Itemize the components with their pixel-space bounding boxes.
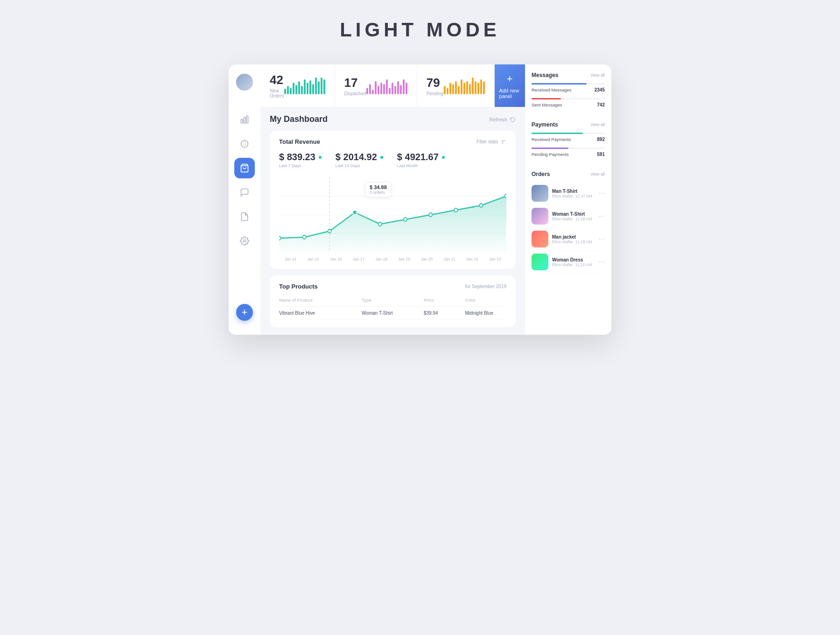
sidebar-nav [234, 109, 255, 299]
list-item: Woman T-Shirt Elton Maller 11:28 AM ··· [532, 205, 605, 228]
revenue-stat-14days: $ 2014.92 Last 14 Days [336, 152, 383, 168]
refresh-button[interactable]: Refresh [489, 117, 516, 122]
sidebar-item-settings[interactable] [234, 231, 255, 251]
products-table-header: Name of Product Type Price Color [279, 296, 506, 307]
order-name-0: Man T-Shirt [552, 189, 595, 194]
messages-section: Messages View all Received Messages 2345… [532, 72, 605, 113]
stat-card-dispatched: 17 Dispached [335, 64, 417, 107]
received-payments-label: Received Payments [532, 137, 571, 142]
order-details-2: Man jacket Elton Maller 11:28 AM [552, 234, 595, 244]
products-header: Top Products for September 2019 [279, 283, 506, 290]
revenue-amount-month: $ 4921.67 [397, 152, 445, 162]
messages-view-all[interactable]: View all [590, 73, 605, 78]
orders-title: Orders [532, 171, 550, 177]
stat-label-new-orders: New Orders [270, 88, 284, 99]
order-meta-2: Elton Maller 11:28 AM [552, 240, 595, 244]
list-item: Man jacket Elton Maller 11:28 AM ··· [532, 228, 605, 251]
received-payments-metric: Received Payments 892 [532, 133, 605, 142]
order-details-0: Man T-Shirt Elton Maller 12:37 AM [552, 189, 595, 198]
add-panel-label: Add new panel [499, 88, 520, 99]
orders-view-all[interactable]: View all [590, 172, 605, 176]
revenue-chart-svg [279, 177, 506, 252]
stat-label-pending: Pending [427, 91, 444, 96]
revenue-period-7days: Last 7 Days [279, 163, 322, 168]
svg-point-13 [279, 236, 281, 240]
svg-point-5 [244, 240, 246, 242]
sidebar-item-file[interactable] [234, 206, 255, 227]
col-header-price: Price [424, 297, 465, 303]
order-name-1: Woman T-Shirt [552, 212, 595, 217]
payments-section: Payments View all Received Payments 892 … [532, 121, 605, 162]
product-name: Vibrant Blue Hive [279, 310, 362, 316]
pending-payments-metric: Pending Payments 591 [532, 148, 605, 157]
filter-stats-button[interactable]: Filter stats [476, 139, 506, 145]
received-messages-metric: Received Messages 2345 [532, 83, 605, 92]
order-more-3[interactable]: ··· [599, 258, 605, 266]
payments-view-all[interactable]: View all [590, 122, 605, 127]
payments-title: Payments [532, 121, 558, 128]
svg-point-16 [353, 210, 357, 215]
products-title: Top Products [279, 283, 318, 290]
x-label-3: Jan 17 [347, 257, 370, 261]
dashboard-title: My Dashboard [270, 114, 328, 124]
sidebar: + [229, 64, 260, 335]
refresh-icon [510, 117, 516, 122]
sidebar-item-bar-chart[interactable] [234, 109, 255, 130]
sidebar-item-palette[interactable] [234, 134, 255, 154]
orders-section: Orders View all Man T-Shirt Elton Maller… [532, 171, 605, 274]
sent-messages-track [532, 98, 605, 99]
revenue-title: Total Revenue [279, 138, 320, 145]
order-more-2[interactable]: ··· [599, 235, 605, 243]
mini-chart-dispatched [366, 78, 407, 94]
orders-header: Orders View all [532, 171, 605, 177]
order-more-1[interactable]: ··· [599, 212, 605, 220]
messages-title: Messages [532, 72, 558, 78]
order-name-2: Man jacket [552, 234, 595, 240]
order-image-0 [532, 185, 548, 202]
svg-point-3 [241, 141, 248, 148]
order-image-2 [532, 231, 548, 247]
order-more-0[interactable]: ··· [599, 190, 605, 197]
tooltip-amount: $ 34.88 [370, 184, 387, 190]
payments-header: Payments View all [532, 121, 605, 128]
order-name-3: Woman Dress [552, 257, 595, 262]
add-panel-button[interactable]: + Add new panel [495, 64, 525, 107]
pending-payments-track [532, 148, 605, 149]
product-color: Midnight Blue [465, 310, 506, 316]
svg-point-19 [429, 213, 432, 217]
dashboard-wrapper: + 42 New Orders [229, 64, 611, 335]
pending-payments-info: Pending Payments 591 [532, 152, 605, 157]
revenue-amount-7days: $ 839.23 [279, 152, 322, 162]
list-item: Woman Dress Elton Maller 11:20 AM ··· [532, 251, 605, 274]
sidebar-item-shopping-cart[interactable] [234, 158, 255, 178]
svg-rect-2 [246, 116, 248, 123]
sent-messages-metric: Sent Messages 742 [532, 98, 605, 107]
x-label-8: Jan 22 [461, 257, 484, 261]
received-messages-info: Received Messages 2345 [532, 87, 605, 92]
svg-point-18 [404, 218, 407, 221]
stat-label-dispatched: Dispached [344, 91, 366, 96]
tooltip-orders: 3 orders [370, 190, 387, 195]
product-type: Woman T-Shirt [362, 310, 424, 316]
filter-label: Filter stats [476, 139, 498, 144]
line-chart-container: $ 34.88 3 orders [279, 177, 506, 261]
svg-point-17 [378, 222, 382, 226]
avatar [236, 74, 253, 91]
messages-header: Messages View all [532, 72, 605, 78]
revenue-period-month: Last Month [397, 163, 445, 168]
x-label-2: Jan 16 [324, 257, 347, 261]
order-image-1 [532, 208, 548, 225]
sent-messages-value: 742 [597, 102, 605, 107]
x-label-9: Jan 23 [483, 257, 506, 261]
svg-rect-0 [241, 120, 243, 123]
sidebar-item-message[interactable] [234, 182, 255, 203]
order-meta-0: Elton Maller 12:37 AM [552, 194, 595, 198]
received-messages-bar [532, 83, 587, 85]
revenue-stat-month: $ 4921.67 Last Month [397, 152, 445, 168]
sidebar-add-button[interactable]: + [236, 304, 253, 321]
stat-number-pending: 79 [427, 76, 444, 90]
add-panel-plus-icon: + [507, 73, 513, 85]
svg-point-20 [454, 208, 457, 212]
product-price: $39.94 [424, 310, 465, 316]
stats-bar: 42 New Orders [260, 64, 525, 107]
